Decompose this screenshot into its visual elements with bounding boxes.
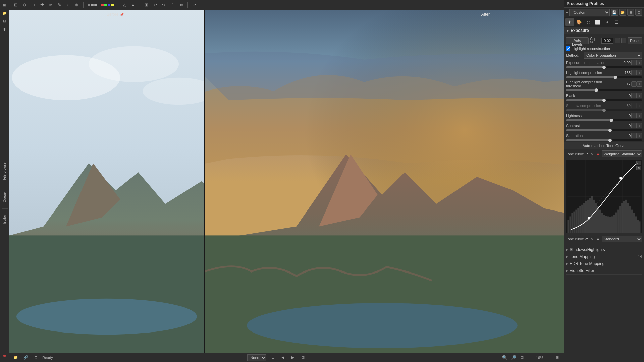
tc1-edit-icon[interactable]: ✎	[589, 151, 595, 157]
hct-slider-thumb[interactable]	[595, 88, 598, 92]
vignette-filter-item[interactable]: ▶ Vignette Filter	[566, 267, 642, 275]
toolbar-icon-plus[interactable]: ✚	[38, 1, 46, 9]
curve-expand-btn[interactable]: ⛶	[636, 161, 641, 165]
sidebar-icon-folder[interactable]: 📁	[1, 9, 8, 17]
zoom-in-icon[interactable]: 🔎	[510, 354, 517, 361]
toolbar-icon-pencil2[interactable]: ✎	[56, 1, 63, 9]
lightness-slider-thumb[interactable]	[610, 119, 613, 122]
highlight-compression-minus[interactable]: −	[631, 70, 637, 75]
tone-curve-2-select[interactable]: Standard	[602, 236, 642, 242]
highlight-compression-slider-track[interactable]	[566, 76, 642, 78]
transform-select[interactable]: None	[247, 354, 266, 361]
profile-select[interactable]: (Custom)	[569, 9, 610, 16]
toolbar-icon-undo2[interactable]: ↪	[160, 1, 167, 9]
black-plus[interactable]: +	[637, 93, 642, 98]
tab-exposure[interactable]: ☀	[565, 18, 574, 26]
lightness-plus[interactable]: +	[637, 113, 642, 118]
clip-minus-btn[interactable]: −	[615, 38, 620, 43]
highlight-compression-slider-thumb[interactable]	[614, 76, 617, 79]
saturation-slider-thumb[interactable]	[608, 139, 612, 142]
profile-copy-btn[interactable]: ⊞	[627, 9, 634, 16]
highlight-reconstruction-checkbox[interactable]	[566, 46, 570, 51]
tab-meta[interactable]: ☰	[612, 18, 621, 26]
toolbar-icon-new[interactable]: ⊞	[12, 1, 19, 9]
queue-tab[interactable]: Queue	[2, 190, 7, 204]
bottom-icon-nav1[interactable]: ≡	[269, 354, 276, 361]
tc-control-point-1[interactable]	[588, 217, 590, 219]
zoom-100-icon[interactable]: □	[527, 354, 535, 361]
toolbar-icon-move[interactable]: ↔	[64, 1, 72, 9]
exposure-compensation-slider-thumb[interactable]	[602, 66, 606, 69]
sidebar-icon-view[interactable]: ⊡	[1, 17, 8, 25]
highlight-compression-plus[interactable]: +	[637, 70, 642, 75]
toolbar-icon-redo[interactable]: ⇧	[169, 1, 176, 9]
bottom-icon-folder[interactable]: 📁	[12, 354, 19, 361]
bottom-icon-prev[interactable]: ◀	[279, 354, 286, 361]
tone-curve-canvas[interactable]: ⛶ ✖	[566, 160, 642, 233]
zoom-out-icon[interactable]: 🔍	[501, 354, 508, 361]
bottom-icon-link[interactable]: 🔗	[22, 354, 30, 361]
file-browser-tab[interactable]: File Browser	[2, 159, 7, 182]
bottom-icon-sync[interactable]: ⊠	[299, 354, 307, 361]
toolbar-icon-transform[interactable]: ⊗	[73, 1, 80, 9]
exposure-compensation-plus[interactable]: +	[637, 60, 642, 65]
toolbar-icon-crop[interactable]: ⊞	[143, 1, 150, 9]
contrast-slider-track[interactable]	[566, 129, 642, 131]
shadows-highlights-item[interactable]: ▶ Shadows/Highlights	[566, 246, 642, 253]
tab-transform[interactable]: ⬜	[593, 18, 602, 26]
black-slider-track[interactable]	[566, 99, 642, 101]
split-view-icon[interactable]: ⊞	[553, 354, 561, 361]
toolbar-icon-pencil[interactable]: ✏	[47, 1, 54, 9]
indicator-dot-3[interactable]	[94, 4, 97, 6]
hdr-tone-mapping-item[interactable]: ▶ HDR Tone Mapping	[566, 260, 642, 267]
bottom-icon-next[interactable]: ▶	[289, 354, 297, 361]
fullscreen-icon[interactable]: ⛶	[545, 354, 552, 361]
hct-plus[interactable]: +	[637, 81, 642, 87]
contrast-plus[interactable]: +	[637, 123, 642, 128]
tc-control-point-2[interactable]	[619, 177, 622, 180]
zoom-fit-icon[interactable]: ⊡	[519, 354, 526, 361]
clip-input[interactable]	[601, 38, 613, 44]
tc1-color-icon[interactable]: ■	[595, 151, 601, 157]
lightness-minus[interactable]: −	[631, 113, 637, 118]
sidebar-icon-files[interactable]: ⊞	[1, 1, 8, 9]
toolbar-icon-export[interactable]: ↗	[191, 1, 198, 9]
black-slider-thumb[interactable]	[602, 99, 606, 102]
tc2-color-icon[interactable]: ■	[595, 236, 601, 242]
contrast-minus[interactable]: −	[631, 123, 637, 128]
tc2-edit-icon[interactable]: ✎	[589, 236, 595, 242]
sidebar-icon-add[interactable]: ✚	[1, 25, 8, 33]
toolbar-icon-square[interactable]: □	[30, 1, 37, 9]
tone-curve-1-select[interactable]: Weighted Standard	[602, 150, 642, 157]
reset-button[interactable]: Reset	[628, 37, 642, 44]
auto-levels-button[interactable]: Auto Levels	[566, 37, 589, 44]
profile-save-btn[interactable]: 💾	[611, 9, 618, 16]
curve-reset-btn[interactable]: ✖	[636, 166, 641, 170]
indicator-dot-2[interactable]	[91, 4, 94, 6]
profile-paste-btn[interactable]: ⊡	[635, 9, 642, 16]
tab-special[interactable]: ✦	[603, 18, 611, 26]
method-select[interactable]: Color Propagation	[584, 52, 642, 59]
saturation-minus[interactable]: −	[631, 133, 637, 138]
toolbar-icon-triangle-fill[interactable]: ▲	[129, 1, 137, 9]
lightness-slider-track[interactable]	[566, 119, 642, 121]
toolbar-icon-circle[interactable]: ⊙	[21, 1, 28, 9]
before-pin-icon[interactable]: 📌	[120, 13, 124, 16]
hct-minus[interactable]: −	[631, 81, 637, 87]
tone-mapping-item[interactable]: ▶ Tone Mapping 14	[566, 253, 642, 260]
saturation-slider-track[interactable]	[566, 139, 642, 141]
indicator-dot-1[interactable]	[88, 4, 90, 6]
saturation-plus[interactable]: +	[637, 133, 642, 138]
bottom-icon-settings[interactable]: ⚙	[32, 354, 40, 361]
contrast-slider-thumb[interactable]	[608, 129, 612, 132]
clip-plus-btn[interactable]: +	[621, 38, 626, 43]
toolbar-icon-triangle-outline[interactable]: △	[121, 1, 128, 9]
black-minus[interactable]: −	[631, 93, 637, 98]
tab-detail[interactable]: ◎	[584, 18, 593, 26]
editor-tab[interactable]: Editor	[2, 213, 7, 226]
toolbar-icon-undo[interactable]: ↩	[151, 1, 159, 9]
hct-slider-track[interactable]	[566, 89, 642, 91]
tab-color[interactable]: 🎨	[575, 18, 583, 26]
profile-load-btn[interactable]: 📂	[619, 9, 626, 16]
exposure-compensation-slider-track[interactable]	[566, 66, 642, 68]
